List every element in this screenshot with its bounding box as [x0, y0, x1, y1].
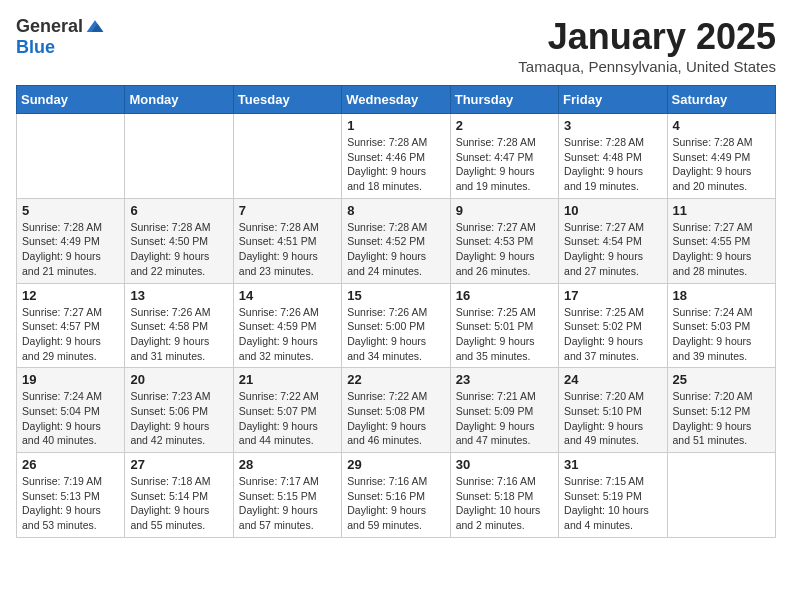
day-info: Sunrise: 7:15 AM Sunset: 5:19 PM Dayligh…: [564, 474, 661, 533]
calendar-cell: 5Sunrise: 7:28 AM Sunset: 4:49 PM Daylig…: [17, 198, 125, 283]
day-number: 5: [22, 203, 119, 218]
day-number: 27: [130, 457, 227, 472]
day-info: Sunrise: 7:25 AM Sunset: 5:01 PM Dayligh…: [456, 305, 553, 364]
day-number: 17: [564, 288, 661, 303]
calendar-cell: 28Sunrise: 7:17 AM Sunset: 5:15 PM Dayli…: [233, 453, 341, 538]
logo-general-text: General: [16, 16, 83, 37]
day-info: Sunrise: 7:28 AM Sunset: 4:48 PM Dayligh…: [564, 135, 661, 194]
calendar-cell: 6Sunrise: 7:28 AM Sunset: 4:50 PM Daylig…: [125, 198, 233, 283]
calendar-cell: 8Sunrise: 7:28 AM Sunset: 4:52 PM Daylig…: [342, 198, 450, 283]
day-number: 13: [130, 288, 227, 303]
day-number: 7: [239, 203, 336, 218]
day-info: Sunrise: 7:16 AM Sunset: 5:16 PM Dayligh…: [347, 474, 444, 533]
day-info: Sunrise: 7:20 AM Sunset: 5:10 PM Dayligh…: [564, 389, 661, 448]
day-info: Sunrise: 7:27 AM Sunset: 4:54 PM Dayligh…: [564, 220, 661, 279]
day-number: 9: [456, 203, 553, 218]
day-number: 25: [673, 372, 770, 387]
weekday-header-row: SundayMondayTuesdayWednesdayThursdayFrid…: [17, 86, 776, 114]
calendar-week-5: 26Sunrise: 7:19 AM Sunset: 5:13 PM Dayli…: [17, 453, 776, 538]
calendar-cell: 29Sunrise: 7:16 AM Sunset: 5:16 PM Dayli…: [342, 453, 450, 538]
day-number: 6: [130, 203, 227, 218]
calendar-week-4: 19Sunrise: 7:24 AM Sunset: 5:04 PM Dayli…: [17, 368, 776, 453]
day-info: Sunrise: 7:27 AM Sunset: 4:53 PM Dayligh…: [456, 220, 553, 279]
day-info: Sunrise: 7:23 AM Sunset: 5:06 PM Dayligh…: [130, 389, 227, 448]
calendar-table: SundayMondayTuesdayWednesdayThursdayFrid…: [16, 85, 776, 538]
day-number: 23: [456, 372, 553, 387]
day-info: Sunrise: 7:28 AM Sunset: 4:51 PM Dayligh…: [239, 220, 336, 279]
weekday-header-monday: Monday: [125, 86, 233, 114]
day-info: Sunrise: 7:26 AM Sunset: 4:58 PM Dayligh…: [130, 305, 227, 364]
day-info: Sunrise: 7:26 AM Sunset: 5:00 PM Dayligh…: [347, 305, 444, 364]
calendar-cell: 21Sunrise: 7:22 AM Sunset: 5:07 PM Dayli…: [233, 368, 341, 453]
title-block: January 2025 Tamaqua, Pennsylvania, Unit…: [518, 16, 776, 75]
day-info: Sunrise: 7:22 AM Sunset: 5:07 PM Dayligh…: [239, 389, 336, 448]
calendar-cell: 18Sunrise: 7:24 AM Sunset: 5:03 PM Dayli…: [667, 283, 775, 368]
calendar-cell: 2Sunrise: 7:28 AM Sunset: 4:47 PM Daylig…: [450, 114, 558, 199]
calendar-cell: 27Sunrise: 7:18 AM Sunset: 5:14 PM Dayli…: [125, 453, 233, 538]
day-number: 24: [564, 372, 661, 387]
day-number: 21: [239, 372, 336, 387]
calendar-cell: [667, 453, 775, 538]
calendar-week-3: 12Sunrise: 7:27 AM Sunset: 4:57 PM Dayli…: [17, 283, 776, 368]
calendar-week-2: 5Sunrise: 7:28 AM Sunset: 4:49 PM Daylig…: [17, 198, 776, 283]
calendar-cell: 11Sunrise: 7:27 AM Sunset: 4:55 PM Dayli…: [667, 198, 775, 283]
day-info: Sunrise: 7:17 AM Sunset: 5:15 PM Dayligh…: [239, 474, 336, 533]
day-number: 12: [22, 288, 119, 303]
calendar-cell: 12Sunrise: 7:27 AM Sunset: 4:57 PM Dayli…: [17, 283, 125, 368]
weekday-header-friday: Friday: [559, 86, 667, 114]
calendar-cell: 4Sunrise: 7:28 AM Sunset: 4:49 PM Daylig…: [667, 114, 775, 199]
calendar-cell: 31Sunrise: 7:15 AM Sunset: 5:19 PM Dayli…: [559, 453, 667, 538]
day-info: Sunrise: 7:28 AM Sunset: 4:47 PM Dayligh…: [456, 135, 553, 194]
day-info: Sunrise: 7:27 AM Sunset: 4:57 PM Dayligh…: [22, 305, 119, 364]
calendar-cell: 25Sunrise: 7:20 AM Sunset: 5:12 PM Dayli…: [667, 368, 775, 453]
location-title: Tamaqua, Pennsylvania, United States: [518, 58, 776, 75]
day-number: 26: [22, 457, 119, 472]
calendar-cell: [125, 114, 233, 199]
day-number: 15: [347, 288, 444, 303]
day-info: Sunrise: 7:19 AM Sunset: 5:13 PM Dayligh…: [22, 474, 119, 533]
weekday-header-sunday: Sunday: [17, 86, 125, 114]
day-info: Sunrise: 7:24 AM Sunset: 5:04 PM Dayligh…: [22, 389, 119, 448]
weekday-header-tuesday: Tuesday: [233, 86, 341, 114]
day-number: 3: [564, 118, 661, 133]
day-info: Sunrise: 7:24 AM Sunset: 5:03 PM Dayligh…: [673, 305, 770, 364]
logo-blue-text: Blue: [16, 37, 55, 58]
day-info: Sunrise: 7:28 AM Sunset: 4:49 PM Dayligh…: [22, 220, 119, 279]
day-info: Sunrise: 7:25 AM Sunset: 5:02 PM Dayligh…: [564, 305, 661, 364]
day-number: 29: [347, 457, 444, 472]
day-number: 10: [564, 203, 661, 218]
day-info: Sunrise: 7:28 AM Sunset: 4:52 PM Dayligh…: [347, 220, 444, 279]
page-header: General Blue January 2025 Tamaqua, Penns…: [16, 16, 776, 75]
day-info: Sunrise: 7:20 AM Sunset: 5:12 PM Dayligh…: [673, 389, 770, 448]
day-number: 18: [673, 288, 770, 303]
day-number: 16: [456, 288, 553, 303]
day-number: 4: [673, 118, 770, 133]
calendar-cell: [233, 114, 341, 199]
day-number: 8: [347, 203, 444, 218]
day-number: 28: [239, 457, 336, 472]
calendar-cell: 24Sunrise: 7:20 AM Sunset: 5:10 PM Dayli…: [559, 368, 667, 453]
day-info: Sunrise: 7:22 AM Sunset: 5:08 PM Dayligh…: [347, 389, 444, 448]
calendar-cell: 26Sunrise: 7:19 AM Sunset: 5:13 PM Dayli…: [17, 453, 125, 538]
day-info: Sunrise: 7:18 AM Sunset: 5:14 PM Dayligh…: [130, 474, 227, 533]
logo: General Blue: [16, 16, 105, 58]
logo-icon: [85, 17, 105, 37]
calendar-cell: 16Sunrise: 7:25 AM Sunset: 5:01 PM Dayli…: [450, 283, 558, 368]
calendar-cell: 13Sunrise: 7:26 AM Sunset: 4:58 PM Dayli…: [125, 283, 233, 368]
day-info: Sunrise: 7:28 AM Sunset: 4:50 PM Dayligh…: [130, 220, 227, 279]
weekday-header-wednesday: Wednesday: [342, 86, 450, 114]
day-number: 31: [564, 457, 661, 472]
weekday-header-saturday: Saturday: [667, 86, 775, 114]
calendar-cell: 22Sunrise: 7:22 AM Sunset: 5:08 PM Dayli…: [342, 368, 450, 453]
day-number: 1: [347, 118, 444, 133]
day-info: Sunrise: 7:27 AM Sunset: 4:55 PM Dayligh…: [673, 220, 770, 279]
day-number: 11: [673, 203, 770, 218]
calendar-cell: 20Sunrise: 7:23 AM Sunset: 5:06 PM Dayli…: [125, 368, 233, 453]
calendar-cell: 30Sunrise: 7:16 AM Sunset: 5:18 PM Dayli…: [450, 453, 558, 538]
day-info: Sunrise: 7:21 AM Sunset: 5:09 PM Dayligh…: [456, 389, 553, 448]
calendar-cell: 9Sunrise: 7:27 AM Sunset: 4:53 PM Daylig…: [450, 198, 558, 283]
calendar-cell: 1Sunrise: 7:28 AM Sunset: 4:46 PM Daylig…: [342, 114, 450, 199]
day-info: Sunrise: 7:28 AM Sunset: 4:46 PM Dayligh…: [347, 135, 444, 194]
day-number: 20: [130, 372, 227, 387]
calendar-cell: 19Sunrise: 7:24 AM Sunset: 5:04 PM Dayli…: [17, 368, 125, 453]
